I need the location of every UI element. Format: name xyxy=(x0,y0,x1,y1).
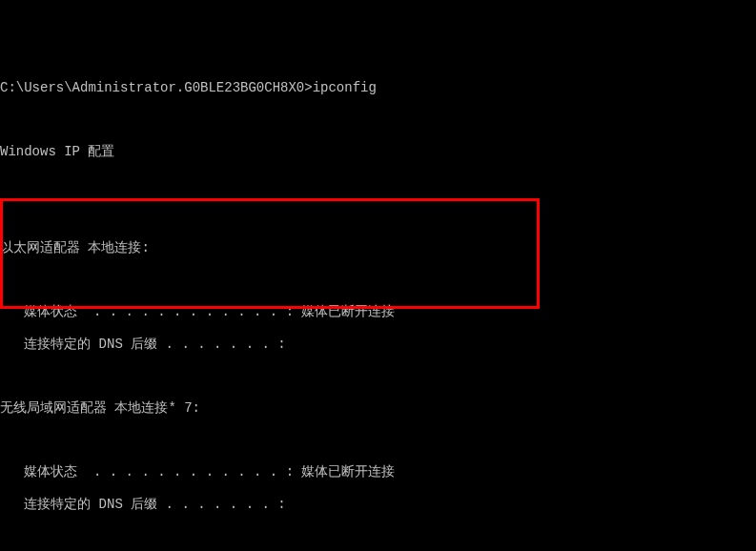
adapter-detail: 连接特定的 DNS 后缀 . . . . . . . : xyxy=(0,337,756,353)
adapter-title: 以太网适配器 本地连接: xyxy=(0,240,756,256)
blank-line xyxy=(0,273,756,289)
blank-line xyxy=(0,112,756,129)
adapter-detail: 连接特定的 DNS 后缀 . . . . . . . : xyxy=(0,497,756,513)
blank-line xyxy=(0,433,756,449)
blank-line xyxy=(0,528,756,544)
header-line: Windows IP 配置 xyxy=(0,144,756,160)
prompt-path: C:\Users\Administrator.G0BLE23BG0CH8X0> xyxy=(0,80,313,95)
blank-line xyxy=(0,368,756,384)
adapter-title: 无线局域网适配器 本地连接* 7: xyxy=(0,400,756,417)
blank-line xyxy=(0,176,756,193)
prompt-line: C:\Users\Administrator.G0BLE23BG0CH8X0>i… xyxy=(0,80,756,96)
blank-line xyxy=(0,208,756,224)
adapter-detail: 媒体状态 . . . . . . . . . . . . : 媒体已断开连接 xyxy=(0,464,756,480)
adapter-detail: 媒体状态 . . . . . . . . . . . . : 媒体已断开连接 xyxy=(0,304,756,320)
command-text: ipconfig xyxy=(313,80,377,95)
terminal-output[interactable]: C:\Users\Administrator.G0BLE23BG0CH8X0>i… xyxy=(0,64,756,551)
